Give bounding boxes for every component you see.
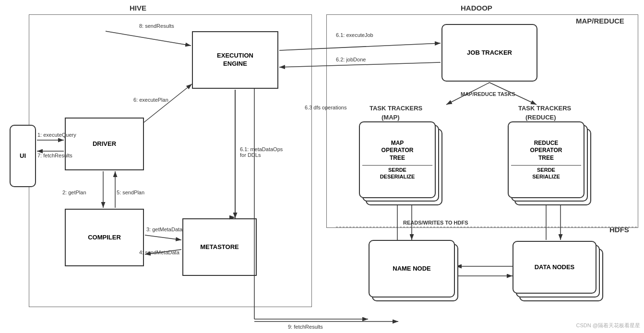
job-tracker-box: JOB TRACKER xyxy=(441,24,537,82)
label-executejob: 6.1: executeJob xyxy=(336,32,373,38)
label-fetchresults: 7: fetchResults xyxy=(37,153,72,158)
label-dfsops: 6.3 dfs operations xyxy=(305,105,346,110)
label-sendplan: 5: sendPlan xyxy=(117,190,144,195)
label-reads-writes: READS/WRITES TO HDFS xyxy=(403,220,468,226)
label-executeplan: 6: executePlan xyxy=(133,97,168,103)
label-sendresults: 8: sendResults xyxy=(139,23,174,29)
task-trackers-map-label: TASK TRACKERS xyxy=(370,105,422,112)
metastore-box: METASTORE xyxy=(182,218,257,276)
hadoop-label: HADOOP xyxy=(461,4,492,12)
driver-box: DRIVER xyxy=(65,118,144,170)
task-trackers-map-label2: (MAP) xyxy=(382,114,400,121)
label-mapreduce-tasks: MAP/REDUCE TASKS xyxy=(461,91,515,97)
task-trackers-reduce-label2: (REDUCE) xyxy=(525,114,556,121)
reduce-operator-tree-box: REDUCEOPERATORTREE SERDESERIALIZE xyxy=(508,121,584,198)
label-getplan: 2: getPlan xyxy=(62,190,86,195)
compiler-box: COMPILER xyxy=(65,209,144,266)
label-sendmetadata: 4: sendMetaData xyxy=(139,250,179,255)
diagram: HIVE HADOOP MAP/REDUCE HDFS UI DRIVER CO… xyxy=(0,0,644,333)
task-trackers-reduce-label: TASK TRACKERS xyxy=(518,105,571,112)
hive-label: HIVE xyxy=(130,4,146,12)
hdfs-label: HDFS xyxy=(609,226,629,234)
label-jobdone: 6.2: jobDone xyxy=(336,57,366,62)
map-operator-tree-box: MAPOPERATORTREE SERDEDESERIALIZE xyxy=(359,121,436,198)
label-getmetadata: 3: getMetaData xyxy=(146,226,182,232)
execution-engine-box: EXECUTION ENGINE xyxy=(192,31,278,89)
name-node-box: NAME NODE xyxy=(369,240,455,297)
label-fetchresults-9: 9: fetchResults xyxy=(288,324,323,330)
ui-box: UI xyxy=(10,125,36,187)
data-nodes-box: DATA NODES xyxy=(513,241,596,294)
mapreduce-label: MAP/REDUCE xyxy=(576,17,624,25)
label-executequery: 1: executeQuery xyxy=(37,132,76,138)
watermark: CSDN @隔着天花板看星星 xyxy=(576,322,640,329)
label-metadataops: 6.1: metaDataOps for DDLs xyxy=(240,146,283,158)
